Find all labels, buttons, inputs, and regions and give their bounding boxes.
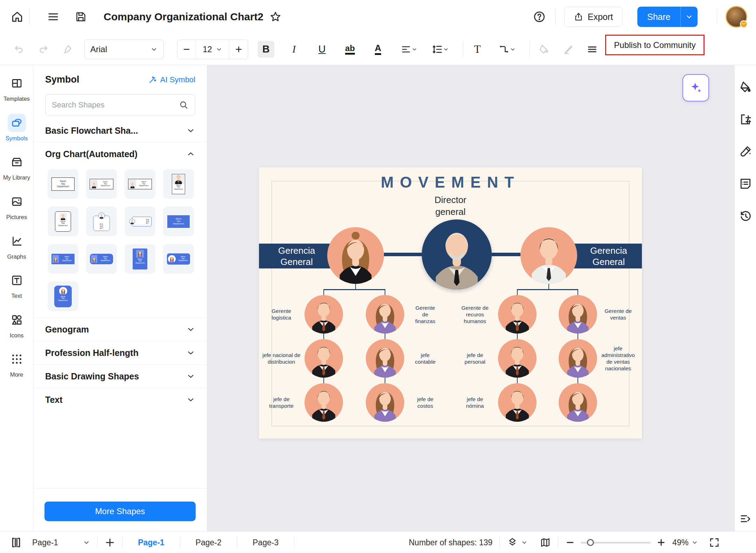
pages-panel-icon[interactable] bbox=[10, 536, 22, 549]
sidebar-item-graphs[interactable]: Graphs bbox=[1, 232, 33, 260]
shape-thumbnail-blue-circle-top[interactable]: NameTitleDepartment bbox=[48, 281, 78, 311]
zoom-slider[interactable] bbox=[581, 542, 651, 544]
fullscreen-icon[interactable] bbox=[709, 537, 720, 548]
shape-thumbnail-blue-photo-top[interactable]: NameTitleDepartment bbox=[125, 244, 155, 274]
document-title[interactable]: Company Organizational Chart2 bbox=[104, 11, 264, 23]
sidebar-item-pictures[interactable]: Pictures bbox=[1, 192, 33, 221]
publish-to-community-button[interactable]: Publish to Community bbox=[605, 35, 705, 55]
ai-symbol-button[interactable]: AI Symbol bbox=[148, 75, 195, 84]
org-node-label[interactable]: Gerente de recuros humanos bbox=[449, 300, 501, 329]
org-node-label[interactable]: jefe contable bbox=[402, 344, 448, 373]
org-node-label[interactable]: jefe de transporte bbox=[255, 388, 308, 417]
map-overview-icon[interactable] bbox=[540, 537, 551, 548]
help-button[interactable] bbox=[533, 0, 546, 34]
line-style-button[interactable] bbox=[560, 41, 577, 58]
org-node-label[interactable]: Gerente de ventas bbox=[595, 300, 641, 329]
shape-thumbnail-box[interactable]: NameTitleDepartment bbox=[48, 169, 78, 199]
format-painter-button[interactable] bbox=[59, 41, 76, 58]
page-settings-icon[interactable] bbox=[739, 113, 752, 126]
connector-tool-button[interactable] bbox=[495, 41, 519, 58]
shape-thumbnail-photo-top-rounded[interactable]: NameTitleDepartment bbox=[48, 206, 78, 236]
org-node-left-top[interactable] bbox=[327, 227, 384, 284]
font-family-select[interactable]: Arial bbox=[84, 40, 164, 59]
org-node[interactable] bbox=[304, 295, 343, 334]
redo-button[interactable] bbox=[35, 41, 52, 58]
fill-style-icon[interactable] bbox=[739, 80, 752, 94]
org-node[interactable] bbox=[498, 339, 537, 378]
italic-button[interactable]: I bbox=[286, 41, 302, 58]
org-node[interactable] bbox=[366, 383, 404, 422]
org-node[interactable] bbox=[498, 383, 537, 422]
shape-section-org-chart-automated-[interactable]: Org Chart(Automated) bbox=[34, 142, 207, 166]
org-node[interactable] bbox=[559, 295, 597, 334]
org-node-label[interactable]: Gerente de finanzas bbox=[402, 300, 448, 329]
avatar[interactable]: ﹀ bbox=[726, 6, 747, 28]
layers-icon[interactable] bbox=[507, 537, 518, 548]
theme-brush-icon[interactable] bbox=[739, 145, 752, 158]
fill-color-button[interactable] bbox=[536, 41, 552, 58]
right-banner[interactable]: Gerencia General bbox=[570, 244, 642, 268]
bold-button[interactable]: B bbox=[258, 41, 274, 58]
org-node[interactable] bbox=[559, 383, 597, 422]
sidebar-item-text[interactable]: Text bbox=[1, 271, 33, 300]
chevron-down-icon[interactable] bbox=[521, 539, 528, 546]
align-button[interactable] bbox=[398, 41, 421, 58]
org-node-center-top[interactable] bbox=[422, 219, 492, 289]
line-spacing-button[interactable] bbox=[428, 41, 453, 58]
font-size-select[interactable]: 12 bbox=[196, 40, 230, 59]
shape-thumbnail-circle-top-zh[interactable]: 姓名头衔部门 bbox=[86, 206, 117, 236]
font-color-button[interactable]: A bbox=[370, 41, 386, 58]
text-tool-button[interactable]: T bbox=[469, 41, 486, 58]
page-selector[interactable]: Page-1 bbox=[32, 538, 58, 547]
org-node[interactable] bbox=[366, 295, 404, 334]
chart-root-label[interactable]: Director general bbox=[272, 194, 629, 218]
search-icon[interactable] bbox=[179, 100, 189, 110]
home-button[interactable] bbox=[10, 0, 24, 34]
shape-section-text[interactable]: Text bbox=[34, 388, 207, 411]
chart-title[interactable]: MOVEMENT bbox=[272, 174, 629, 191]
org-node-right-top[interactable] bbox=[520, 227, 577, 284]
chevron-down-icon[interactable] bbox=[83, 539, 90, 546]
org-node[interactable] bbox=[304, 339, 343, 378]
outline-icon[interactable] bbox=[739, 512, 752, 525]
font-size-decrease-button[interactable] bbox=[177, 40, 196, 59]
shape-thumbnail-photo-left[interactable]: NameTitleDepartment bbox=[125, 169, 155, 199]
document-page[interactable]: MOVEMENT Director general Gerencia Gener… bbox=[259, 167, 642, 439]
zoom-slider-knob[interactable] bbox=[587, 539, 594, 546]
export-button[interactable]: Export bbox=[564, 7, 622, 27]
shape-thumbnail-photo-left[interactable]: NameTitleDepartment bbox=[86, 169, 117, 199]
ai-assistant-button[interactable] bbox=[682, 74, 709, 102]
more-shapes-button[interactable]: More Shapes bbox=[44, 502, 196, 521]
org-node[interactable] bbox=[304, 383, 343, 422]
shape-thumbnail-blue-circle-left[interactable]: NameTitleDepartment bbox=[163, 244, 194, 274]
shape-section-genogram[interactable]: Genogram bbox=[34, 318, 207, 341]
org-node-label[interactable]: jefe de costos bbox=[402, 388, 448, 417]
page-tab-page-3[interactable]: Page-3 bbox=[244, 538, 287, 547]
chevron-down-icon[interactable] bbox=[691, 539, 698, 546]
save-button[interactable] bbox=[75, 0, 87, 34]
highlight-button[interactable]: ab bbox=[342, 41, 358, 58]
history-icon[interactable] bbox=[739, 209, 752, 223]
org-node-label[interactable]: jefe administrativo de ventas nacionales bbox=[595, 344, 641, 373]
share-dropdown[interactable] bbox=[680, 7, 698, 27]
page-tab-page-1[interactable]: Page-1 bbox=[130, 538, 173, 547]
sidebar-item-symbols[interactable]: Symbols bbox=[1, 114, 33, 142]
org-node[interactable] bbox=[366, 339, 404, 378]
sidebar-item-more[interactable]: More bbox=[1, 350, 33, 378]
org-node[interactable] bbox=[559, 339, 597, 378]
org-node-label[interactable]: jefe nacional de distribucion bbox=[255, 344, 308, 373]
shape-thumbnail-blue-photo-left-round[interactable]: NameTitleDepartment bbox=[86, 244, 117, 274]
sidebar-item-templates[interactable]: Templates bbox=[1, 74, 33, 103]
sidebar-item-icons[interactable]: Icons bbox=[1, 311, 33, 339]
left-banner[interactable]: Gerencia General bbox=[259, 244, 334, 268]
zoom-in-button[interactable] bbox=[656, 538, 666, 547]
undo-button[interactable] bbox=[10, 41, 27, 58]
sidebar-item-my-library[interactable]: My Library bbox=[1, 153, 33, 181]
drawing-canvas[interactable]: MOVEMENT Director general Gerencia Gener… bbox=[207, 65, 734, 531]
notes-icon[interactable] bbox=[739, 177, 752, 190]
shape-section-basic-drawing-shapes[interactable]: Basic Drawing Shapes bbox=[34, 365, 207, 388]
star-icon[interactable] bbox=[269, 10, 282, 23]
search-input[interactable] bbox=[52, 100, 179, 110]
shape-section-basic-flowchart-sha-[interactable]: Basic Flowchart Sha... bbox=[34, 119, 207, 142]
zoom-level[interactable]: 49% bbox=[672, 538, 688, 547]
